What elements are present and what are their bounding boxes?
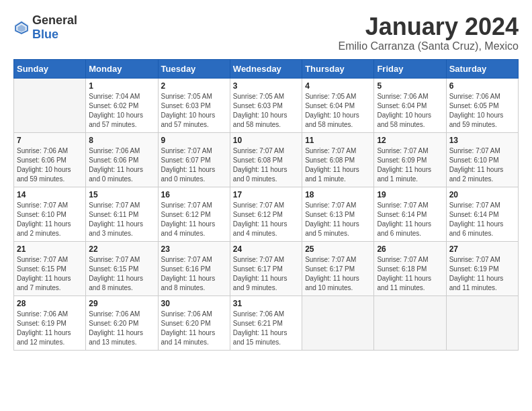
- day-number: 9: [161, 136, 227, 145]
- day-info: Sunrise: 7:06 AMSunset: 6:19 PMDaylight:…: [17, 310, 83, 347]
- calendar-cell: [302, 295, 374, 350]
- calendar-cell: 5Sunrise: 7:06 AMSunset: 6:04 PMDaylight…: [374, 78, 446, 132]
- calendar-cell: [446, 295, 518, 350]
- calendar-cell: 11Sunrise: 7:07 AMSunset: 6:08 PMDayligh…: [302, 132, 374, 187]
- day-info: Sunrise: 7:07 AMSunset: 6:14 PMDaylight:…: [449, 201, 515, 238]
- day-info: Sunrise: 7:06 AMSunset: 6:20 PMDaylight:…: [161, 310, 227, 347]
- calendar-cell: 17Sunrise: 7:07 AMSunset: 6:12 PMDayligh…: [230, 187, 302, 241]
- calendar-cell: 25Sunrise: 7:07 AMSunset: 6:17 PMDayligh…: [302, 241, 374, 295]
- day-number: 5: [377, 81, 443, 91]
- day-info: Sunrise: 7:07 AMSunset: 6:10 PMDaylight:…: [17, 201, 83, 238]
- day-number: 27: [449, 244, 515, 254]
- header: General Blue January 2024 Emilio Carranz…: [13, 13, 519, 52]
- calendar-cell: 12Sunrise: 7:07 AMSunset: 6:09 PMDayligh…: [374, 132, 446, 187]
- day-info: Sunrise: 7:07 AMSunset: 6:07 PMDaylight:…: [161, 146, 227, 184]
- logo: General Blue: [13, 13, 77, 42]
- day-number: 22: [89, 244, 154, 254]
- logo-general: General: [32, 13, 77, 27]
- calendar-cell: 6Sunrise: 7:06 AMSunset: 6:05 PMDaylight…: [446, 78, 518, 132]
- day-number: 29: [89, 299, 154, 308]
- header-cell-wednesday: Wednesday: [230, 59, 302, 78]
- day-number: 3: [233, 81, 299, 91]
- day-number: 25: [305, 244, 371, 254]
- logo-text: General Blue: [32, 13, 77, 42]
- day-number: 12: [377, 136, 443, 145]
- day-info: Sunrise: 7:07 AMSunset: 6:15 PMDaylight:…: [89, 255, 154, 293]
- day-number: 19: [377, 190, 443, 199]
- day-info: Sunrise: 7:07 AMSunset: 6:12 PMDaylight:…: [233, 201, 299, 238]
- day-number: 16: [161, 190, 227, 199]
- day-info: Sunrise: 7:07 AMSunset: 6:08 PMDaylight:…: [305, 146, 371, 184]
- day-number: 18: [305, 190, 371, 199]
- day-number: 20: [449, 190, 515, 199]
- day-number: 26: [377, 244, 443, 254]
- calendar-cell: 14Sunrise: 7:07 AMSunset: 6:10 PMDayligh…: [14, 187, 86, 241]
- day-number: 31: [233, 299, 299, 308]
- header-cell-monday: Monday: [86, 59, 158, 78]
- day-info: Sunrise: 7:07 AMSunset: 6:19 PMDaylight:…: [449, 255, 515, 293]
- week-row-3: 14Sunrise: 7:07 AMSunset: 6:10 PMDayligh…: [14, 187, 519, 241]
- calendar-cell: 22Sunrise: 7:07 AMSunset: 6:15 PMDayligh…: [86, 241, 158, 295]
- day-number: 7: [17, 136, 83, 145]
- day-info: Sunrise: 7:07 AMSunset: 6:18 PMDaylight:…: [377, 255, 443, 293]
- day-number: 10: [233, 136, 299, 145]
- day-info: Sunrise: 7:05 AMSunset: 6:03 PMDaylight:…: [233, 92, 299, 130]
- day-number: 14: [17, 190, 83, 199]
- day-info: Sunrise: 7:07 AMSunset: 6:08 PMDaylight:…: [233, 146, 299, 184]
- header-cell-sunday: Sunday: [14, 59, 86, 78]
- calendar-cell: 31Sunrise: 7:06 AMSunset: 6:21 PMDayligh…: [230, 295, 302, 350]
- calendar-cell: 8Sunrise: 7:06 AMSunset: 6:06 PMDaylight…: [86, 132, 158, 187]
- title-area: January 2024 Emilio Carranza (Santa Cruz…: [338, 13, 519, 52]
- calendar-cell: 7Sunrise: 7:06 AMSunset: 6:06 PMDaylight…: [14, 132, 86, 187]
- calendar-cell: 20Sunrise: 7:07 AMSunset: 6:14 PMDayligh…: [446, 187, 518, 241]
- calendar-cell: 16Sunrise: 7:07 AMSunset: 6:12 PMDayligh…: [158, 187, 230, 241]
- day-number: 11: [305, 136, 371, 145]
- week-row-2: 7Sunrise: 7:06 AMSunset: 6:06 PMDaylight…: [14, 132, 519, 187]
- calendar-cell: [14, 78, 86, 132]
- day-info: Sunrise: 7:07 AMSunset: 6:09 PMDaylight:…: [377, 146, 443, 184]
- day-info: Sunrise: 7:07 AMSunset: 6:15 PMDaylight:…: [17, 255, 83, 293]
- calendar-body: 1Sunrise: 7:04 AMSunset: 6:02 PMDaylight…: [14, 78, 519, 350]
- day-number: 15: [89, 190, 154, 199]
- header-cell-thursday: Thursday: [302, 59, 374, 78]
- day-info: Sunrise: 7:07 AMSunset: 6:16 PMDaylight:…: [161, 255, 227, 293]
- day-info: Sunrise: 7:07 AMSunset: 6:14 PMDaylight:…: [377, 201, 443, 238]
- calendar-cell: 18Sunrise: 7:07 AMSunset: 6:13 PMDayligh…: [302, 187, 374, 241]
- day-info: Sunrise: 7:06 AMSunset: 6:06 PMDaylight:…: [89, 146, 154, 184]
- calendar-cell: 24Sunrise: 7:07 AMSunset: 6:17 PMDayligh…: [230, 241, 302, 295]
- calendar-cell: [374, 295, 446, 350]
- header-cell-friday: Friday: [374, 59, 446, 78]
- day-info: Sunrise: 7:05 AMSunset: 6:03 PMDaylight:…: [161, 92, 227, 130]
- day-number: 4: [305, 81, 371, 91]
- day-info: Sunrise: 7:07 AMSunset: 6:17 PMDaylight:…: [233, 255, 299, 293]
- day-number: 8: [89, 136, 154, 145]
- calendar-cell: 19Sunrise: 7:07 AMSunset: 6:14 PMDayligh…: [374, 187, 446, 241]
- calendar-cell: 28Sunrise: 7:06 AMSunset: 6:19 PMDayligh…: [14, 295, 86, 350]
- logo-icon: [13, 19, 30, 36]
- header-row: SundayMondayTuesdayWednesdayThursdayFrid…: [14, 59, 519, 78]
- calendar-cell: 1Sunrise: 7:04 AMSunset: 6:02 PMDaylight…: [86, 78, 158, 132]
- calendar-cell: 10Sunrise: 7:07 AMSunset: 6:08 PMDayligh…: [230, 132, 302, 187]
- day-number: 1: [89, 81, 154, 91]
- logo-blue: Blue: [32, 28, 58, 41]
- day-info: Sunrise: 7:06 AMSunset: 6:06 PMDaylight:…: [17, 146, 83, 184]
- day-info: Sunrise: 7:07 AMSunset: 6:10 PMDaylight:…: [449, 146, 515, 184]
- calendar-cell: 3Sunrise: 7:05 AMSunset: 6:03 PMDaylight…: [230, 78, 302, 132]
- day-number: 30: [161, 299, 227, 308]
- calendar-cell: 30Sunrise: 7:06 AMSunset: 6:20 PMDayligh…: [158, 295, 230, 350]
- calendar-cell: 9Sunrise: 7:07 AMSunset: 6:07 PMDaylight…: [158, 132, 230, 187]
- calendar-cell: 27Sunrise: 7:07 AMSunset: 6:19 PMDayligh…: [446, 241, 518, 295]
- calendar-cell: 23Sunrise: 7:07 AMSunset: 6:16 PMDayligh…: [158, 241, 230, 295]
- header-cell-saturday: Saturday: [446, 59, 518, 78]
- day-info: Sunrise: 7:06 AMSunset: 6:05 PMDaylight:…: [449, 92, 515, 130]
- calendar-cell: 21Sunrise: 7:07 AMSunset: 6:15 PMDayligh…: [14, 241, 86, 295]
- day-info: Sunrise: 7:07 AMSunset: 6:12 PMDaylight:…: [161, 201, 227, 238]
- day-number: 21: [17, 244, 83, 254]
- calendar-cell: 29Sunrise: 7:06 AMSunset: 6:20 PMDayligh…: [86, 295, 158, 350]
- calendar-cell: 26Sunrise: 7:07 AMSunset: 6:18 PMDayligh…: [374, 241, 446, 295]
- day-number: 23: [161, 244, 227, 254]
- header-cell-tuesday: Tuesday: [158, 59, 230, 78]
- week-row-5: 28Sunrise: 7:06 AMSunset: 6:19 PMDayligh…: [14, 295, 519, 350]
- day-number: 13: [449, 136, 515, 145]
- calendar-header: SundayMondayTuesdayWednesdayThursdayFrid…: [14, 59, 519, 78]
